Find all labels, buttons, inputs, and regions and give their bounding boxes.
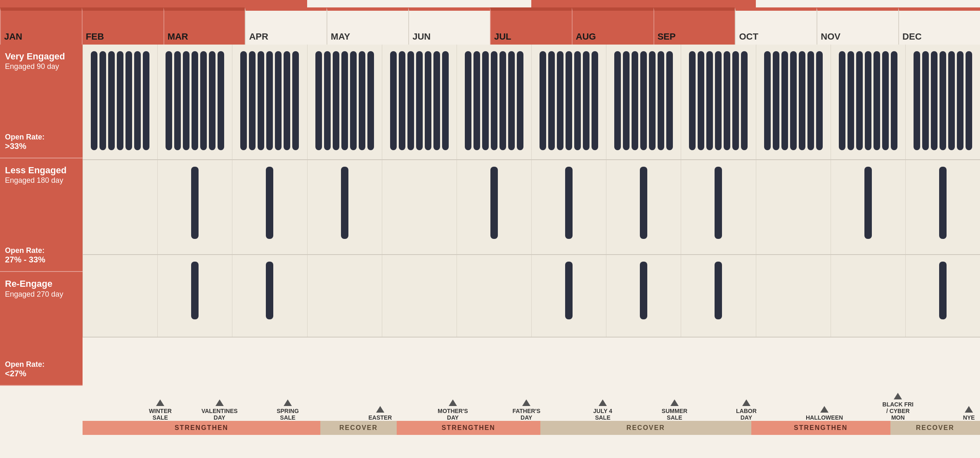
event-marker-11: NYE xyxy=(956,406,980,421)
bar xyxy=(407,51,414,150)
bar xyxy=(882,51,889,150)
event-marker-3: EASTER xyxy=(368,406,393,421)
event-triangle-2 xyxy=(284,399,292,406)
bar xyxy=(865,51,871,150)
month-header-oct: OCT xyxy=(735,7,817,45)
bar xyxy=(548,51,555,150)
event-triangle-9 xyxy=(820,406,829,413)
event-triangle-6 xyxy=(599,399,607,406)
bar xyxy=(166,51,172,150)
bar xyxy=(390,51,397,150)
row-title-very-engaged: Very Engaged xyxy=(5,51,78,62)
bar xyxy=(359,51,365,150)
bar xyxy=(640,167,647,239)
event-label-3: EASTER xyxy=(368,414,392,421)
event-marker-0: WINTER SALE xyxy=(148,399,173,421)
bar xyxy=(433,51,440,150)
bar xyxy=(333,51,339,150)
data-row-reengage xyxy=(83,255,980,338)
footer-area: WINTER SALEVALENTINES DAYSPRING SALEEAST… xyxy=(0,386,980,458)
event-triangle-0 xyxy=(156,399,164,406)
bar xyxy=(574,51,581,150)
event-marker-6: JULY 4 SALE xyxy=(590,399,615,421)
strategy-band-5: RECOVER xyxy=(890,421,980,435)
data-cell-less-engaged-may xyxy=(382,160,457,254)
row-title-reengage: Re-Engage xyxy=(5,279,78,289)
strategy-band-3: RECOVER xyxy=(540,421,751,435)
bar xyxy=(399,51,405,150)
event-triangle-10 xyxy=(894,393,902,399)
event-triangle-4 xyxy=(449,399,457,406)
bar xyxy=(266,167,273,239)
data-cell-reengage-oct xyxy=(756,255,831,337)
bar xyxy=(540,51,546,150)
row-title-less-engaged: Less Engaged xyxy=(5,165,78,176)
month-header-apr: APR xyxy=(245,7,327,45)
event-marker-5: FATHER'S DAY xyxy=(514,399,539,421)
strategy-band-2: STRENGTHEN xyxy=(397,421,540,435)
event-marker-1: VALENTINES DAY xyxy=(207,399,232,421)
bar xyxy=(174,51,181,150)
data-cell-less-engaged-mar xyxy=(232,160,307,254)
bar xyxy=(640,51,647,150)
bar xyxy=(741,51,748,150)
strategy-band-1: RECOVER xyxy=(320,421,397,435)
bar xyxy=(839,51,845,150)
data-row-very-engaged xyxy=(83,45,980,160)
event-triangle-8 xyxy=(742,399,750,406)
bar xyxy=(490,167,498,239)
data-cell-less-engaged-oct xyxy=(756,160,831,254)
data-cell-less-engaged-apr xyxy=(307,160,382,254)
bar xyxy=(592,51,598,150)
bar xyxy=(143,51,149,150)
bar xyxy=(732,51,739,150)
month-header-nov: NOV xyxy=(817,7,898,45)
data-cell-less-engaged-nov xyxy=(831,160,905,254)
bar xyxy=(249,51,256,150)
strategy-row: STRENGTHENRECOVERSTRENGTHENRECOVERSTRENG… xyxy=(0,421,980,436)
bar xyxy=(240,51,247,150)
row-label-reengage: Re-EngageEngaged 270 dayOpen Rate:<27% xyxy=(0,272,83,386)
bar xyxy=(566,51,572,150)
bar xyxy=(192,51,198,150)
data-cell-less-engaged-dec xyxy=(905,160,980,254)
bar xyxy=(99,51,106,150)
strategy-bands: STRENGTHENRECOVERSTRENGTHENRECOVERSTRENG… xyxy=(83,421,980,436)
bar xyxy=(108,51,115,150)
data-cell-very-engaged-mar xyxy=(232,45,307,159)
month-header-sep: SEP xyxy=(653,7,735,45)
bar xyxy=(658,51,664,150)
data-cell-reengage-jun xyxy=(457,255,531,337)
bar xyxy=(891,51,897,150)
data-cell-reengage-sep xyxy=(681,255,755,337)
data-cell-reengage-jan xyxy=(83,255,157,337)
bar xyxy=(508,51,515,150)
month-header-jul: JUL xyxy=(490,7,572,45)
data-cell-very-engaged-may xyxy=(382,45,457,159)
open-rate-label-very-engaged: Open Rate: xyxy=(5,133,78,142)
row-labels: Very EngagedEngaged 90 dayOpen Rate:>33%… xyxy=(0,45,83,386)
bar xyxy=(773,51,779,150)
event-triangle-11 xyxy=(965,406,973,413)
bar xyxy=(966,51,972,150)
data-cell-very-engaged-feb xyxy=(157,45,232,159)
data-grid xyxy=(83,45,980,386)
month-header-jan: JAN xyxy=(0,7,82,45)
data-cell-very-engaged-nov xyxy=(831,45,905,159)
bar xyxy=(473,51,480,150)
data-cell-reengage-mar xyxy=(232,255,307,337)
bar xyxy=(416,51,423,150)
bar xyxy=(425,51,431,150)
month-header-aug: AUG xyxy=(572,7,653,45)
event-label-9: HALLOWEEN xyxy=(806,414,843,421)
bar xyxy=(191,167,199,239)
strategy-band-0: STRENGTHEN xyxy=(83,421,320,435)
event-label-0: WINTER SALE xyxy=(149,408,172,421)
bar xyxy=(939,167,947,239)
bar xyxy=(517,51,523,150)
month-header-jun: JUN xyxy=(408,7,490,45)
bar xyxy=(957,51,963,150)
data-cell-very-engaged-jun xyxy=(457,45,531,159)
bar xyxy=(816,51,823,150)
strategy-band-4: STRENGTHEN xyxy=(751,421,890,435)
